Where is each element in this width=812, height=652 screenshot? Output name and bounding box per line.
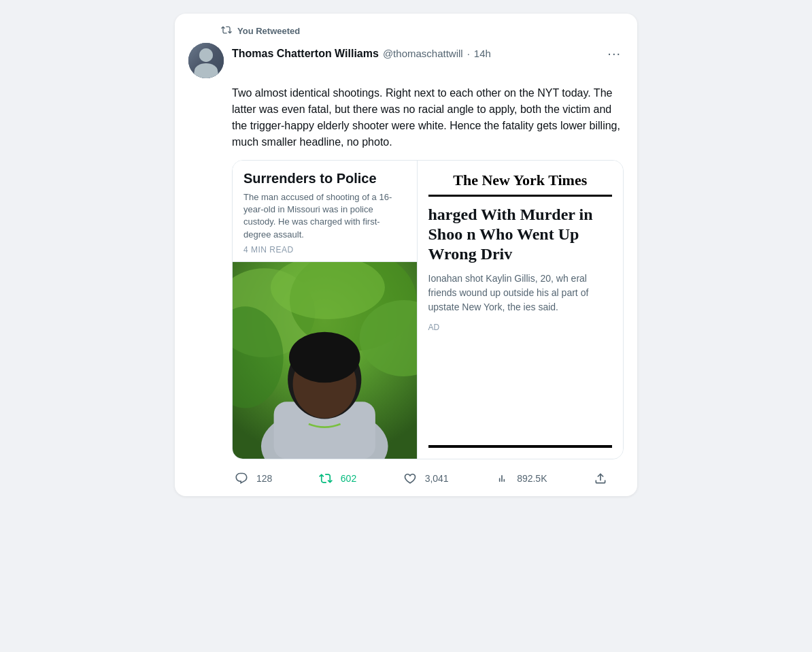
retweet-icon bbox=[316, 469, 335, 488]
tweet-actions: 128 602 3,041 892.5K bbox=[188, 469, 624, 488]
dot-separator: · bbox=[467, 48, 470, 59]
article-title: Surrenders to Police bbox=[243, 170, 406, 187]
article-subtitle: The man accused of shooting of a 16-year… bbox=[243, 191, 406, 241]
header-info: Thomas Chatterton Williams @thomaschattw… bbox=[232, 43, 624, 64]
comment-icon bbox=[232, 469, 251, 488]
article-header: Surrenders to Police The man accused of … bbox=[233, 161, 417, 262]
share-action[interactable] bbox=[591, 469, 610, 488]
retweet-label-icon bbox=[221, 25, 232, 37]
like-count: 3,041 bbox=[425, 473, 449, 484]
media-container: Surrenders to Police The man accused of … bbox=[232, 160, 624, 459]
tweet-card: You Retweeted bbox=[175, 14, 637, 496]
nyt-headline: harged With Murder in Shoo n Who Went Up… bbox=[428, 205, 613, 263]
nyt-body: Ionahan shot Kaylin Gillis, 20, wh eral … bbox=[428, 272, 613, 314]
nyt-bar bbox=[428, 445, 613, 448]
media-left-card[interactable]: Surrenders to Police The man accused of … bbox=[233, 161, 418, 459]
display-name[interactable]: Thomas Chatterton Williams bbox=[232, 48, 379, 60]
nyt-read-label: AD bbox=[428, 323, 613, 332]
read-time: 4 MIN READ bbox=[243, 245, 406, 255]
timestamp: 14h bbox=[474, 48, 491, 59]
svg-point-2 bbox=[194, 65, 218, 78]
share-icon bbox=[591, 469, 610, 488]
retweet-label-row: You Retweeted bbox=[188, 25, 624, 37]
name-row: Thomas Chatterton Williams @thomaschattw… bbox=[232, 43, 624, 64]
retweet-action[interactable]: 602 bbox=[316, 469, 356, 488]
svg-point-14 bbox=[289, 331, 360, 382]
more-button[interactable]: ··· bbox=[605, 43, 624, 64]
views-count: 892.5K bbox=[517, 473, 547, 484]
svg-rect-0 bbox=[188, 43, 224, 78]
article-image bbox=[233, 262, 417, 459]
tweet-header: Thomas Chatterton Williams @thomaschattw… bbox=[188, 43, 624, 78]
avatar[interactable] bbox=[188, 43, 224, 78]
retweet-count: 602 bbox=[341, 473, 356, 484]
views-action[interactable]: 892.5K bbox=[492, 469, 547, 488]
reply-count: 128 bbox=[256, 473, 272, 484]
nyt-logo: The New York Times bbox=[428, 172, 613, 197]
reply-action[interactable]: 128 bbox=[232, 469, 272, 488]
tweet-text: Two almost identical shootings. Right ne… bbox=[188, 85, 624, 150]
media-right-card[interactable]: The New York Times harged With Murder in… bbox=[418, 161, 624, 459]
name-handle-row: Thomas Chatterton Williams @thomaschattw… bbox=[232, 48, 491, 60]
heart-icon bbox=[401, 469, 420, 488]
svg-point-1 bbox=[199, 48, 213, 62]
like-action[interactable]: 3,041 bbox=[401, 469, 449, 488]
chart-icon bbox=[492, 469, 511, 488]
handle[interactable]: @thomaschattwill bbox=[383, 48, 463, 59]
retweet-label-text: You Retweeted bbox=[237, 26, 300, 36]
